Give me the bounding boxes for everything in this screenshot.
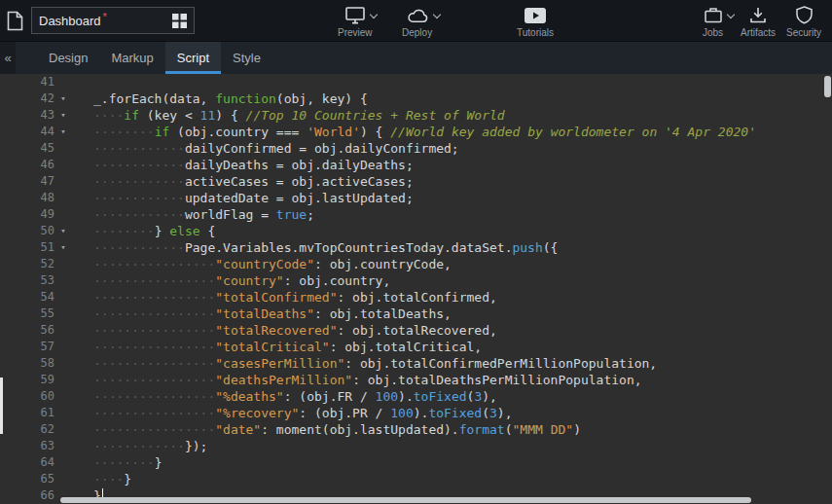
line-number: 42 xyxy=(0,90,56,107)
cloud-icon xyxy=(407,8,428,23)
fold-spacer xyxy=(56,206,70,223)
chevron-down-icon[interactable] xyxy=(726,11,734,18)
tab-style[interactable]: Style xyxy=(221,42,272,74)
code-text: ········} else { xyxy=(93,223,215,239)
horizontal-scrollbar-thumb[interactable] xyxy=(60,497,751,503)
code-line[interactable]: 56················"totalRecovered": obj.… xyxy=(0,322,832,339)
fold-spacer xyxy=(56,405,70,421)
line-number: 62 xyxy=(0,421,56,438)
fold-spacer xyxy=(56,190,70,206)
fold-spacer xyxy=(56,471,70,487)
code-text: ········} xyxy=(93,454,162,471)
fold-toggle-icon[interactable]: ▾ xyxy=(56,239,70,256)
preview-button[interactable]: Preview xyxy=(338,6,373,38)
line-number: 43 xyxy=(0,107,56,124)
code-line[interactable]: 64········} xyxy=(0,454,832,471)
code-line[interactable]: 42▾_.forEach(data, function(obj, key) { xyxy=(0,90,832,107)
editor-tabbar: « Design Markup Script Style xyxy=(0,42,832,74)
code-line[interactable]: 54················"totalConfirmed": obj.… xyxy=(0,289,832,306)
script-code-editor[interactable]: 4142▾_.forEach(data, function(obj, key) … xyxy=(0,74,832,504)
code-text: ················"totalConfirmed": obj.to… xyxy=(93,289,497,306)
code-line[interactable]: 53················"country": obj.country… xyxy=(0,272,832,289)
code-line[interactable]: 65····} xyxy=(0,471,832,487)
monitor-icon xyxy=(345,7,365,24)
tutorials-label: Tutorials xyxy=(517,27,554,38)
fold-spacer xyxy=(56,454,70,471)
video-icon xyxy=(525,8,546,23)
code-line[interactable]: 57················"totalCritical": obj.t… xyxy=(0,339,832,355)
code-text: _.forEach(data, function(obj, key) { xyxy=(93,90,368,107)
code-line[interactable]: 47············activeCases = obj.activeCa… xyxy=(0,173,832,190)
chevron-double-left-icon: « xyxy=(4,51,11,65)
fold-spacer xyxy=(56,355,70,372)
line-number: 52 xyxy=(0,256,56,272)
artifacts-label: Artifacts xyxy=(741,27,776,38)
code-line[interactable]: 60················"%deaths": (obj.FR / 1… xyxy=(0,388,832,405)
tab-design[interactable]: Design xyxy=(37,42,99,74)
line-number: 49 xyxy=(0,206,56,223)
code-text: ····if (key < 11) { //Top 10 Countries +… xyxy=(93,107,505,124)
line-number: 47 xyxy=(0,173,56,190)
code-line[interactable]: 48············updatedDate = obj.lastUpda… xyxy=(0,190,832,206)
line-number: 66 xyxy=(0,487,56,504)
fold-toggle-icon[interactable]: ▾ xyxy=(56,107,70,124)
fold-toggle-icon[interactable]: ▾ xyxy=(56,124,70,140)
code-line[interactable]: 61················"%recovery": (obj.PR /… xyxy=(0,405,832,421)
fold-toggle-icon[interactable]: ▾ xyxy=(56,223,70,239)
fold-spacer xyxy=(56,306,70,322)
vertical-scrollbar-thumb[interactable] xyxy=(824,76,831,97)
collapse-panel-button[interactable]: « xyxy=(0,42,16,74)
code-text: ················"totalCritical": obj.tot… xyxy=(93,339,482,355)
jobs-button[interactable]: Jobs xyxy=(703,6,723,38)
fold-spacer xyxy=(56,74,70,90)
code-text: ················"deathsPerMillion": obj.… xyxy=(93,372,642,388)
left-panel-scrollbar[interactable] xyxy=(0,378,3,434)
code-line[interactable]: 52················"countryCode": obj.cou… xyxy=(0,256,832,272)
fold-toggle-icon[interactable]: ▾ xyxy=(56,90,70,107)
code-line[interactable]: 41 xyxy=(0,74,832,90)
chevron-down-icon[interactable] xyxy=(370,11,378,18)
code-line[interactable]: 44▾········if (obj.country === 'World') … xyxy=(0,124,832,140)
artifacts-button[interactable]: Artifacts xyxy=(741,6,776,38)
code-line[interactable]: 46············dailyDeaths = obj.dailyDea… xyxy=(0,157,832,173)
line-number: 45 xyxy=(0,140,56,157)
deploy-button[interactable]: Deploy xyxy=(402,6,432,38)
code-line[interactable]: 55················"totalDeaths": obj.tot… xyxy=(0,306,832,322)
fold-spacer xyxy=(56,173,70,190)
code-line[interactable]: 58················"casesPerMillion": obj… xyxy=(0,355,832,372)
code-line[interactable]: 45············dailyConfirmed = obj.daily… xyxy=(0,140,832,157)
code-text: ············activeCases = obj.activeCase… xyxy=(93,173,414,190)
code-line[interactable]: 59················"deathsPerMillion": ob… xyxy=(0,372,832,388)
page-switcher[interactable]: Dashboard * xyxy=(31,7,195,34)
line-number: 64 xyxy=(0,454,56,471)
pages-grid-button[interactable] xyxy=(172,14,187,28)
code-text: ················"%deaths": (obj.FR / 100… xyxy=(93,388,497,405)
code-text: ················"date": moment(obj.lastU… xyxy=(93,421,581,438)
fold-spacer xyxy=(56,372,70,388)
fold-spacer xyxy=(56,421,70,438)
chevron-down-icon[interactable] xyxy=(432,11,440,18)
code-line[interactable]: 62················"date": moment(obj.las… xyxy=(0,421,832,438)
tab-markup[interactable]: Markup xyxy=(99,42,164,74)
tutorials-button[interactable]: Tutorials xyxy=(517,6,554,38)
code-text: ········if (obj.country === 'World') { /… xyxy=(93,124,756,140)
grid-icon xyxy=(172,14,187,28)
line-number: 59 xyxy=(0,372,56,388)
security-label: Security xyxy=(786,27,821,38)
tab-script[interactable]: Script xyxy=(165,42,221,74)
code-line[interactable]: 63············}); xyxy=(0,438,832,454)
fold-spacer xyxy=(56,339,70,355)
code-text: ················"country": obj.country, xyxy=(93,272,390,289)
line-number: 44 xyxy=(0,124,56,140)
code-line[interactable]: 43▾····if (key < 11) { //Top 10 Countrie… xyxy=(0,107,832,124)
code-text: ············dailyDeaths = obj.dailyDeath… xyxy=(93,157,414,173)
code-lines: 4142▾_.forEach(data, function(obj, key) … xyxy=(0,74,832,504)
line-number: 51 xyxy=(0,239,56,256)
code-text: ············Page.Variables.mvTopCountrie… xyxy=(93,239,558,256)
security-button[interactable]: Security xyxy=(786,6,821,38)
code-line[interactable]: 50▾········} else { xyxy=(0,223,832,239)
code-text: ············dailyConfirmed = obj.dailyCo… xyxy=(93,140,459,157)
code-line[interactable]: 51▾············Page.Variables.mvTopCount… xyxy=(0,239,832,256)
briefcase-icon xyxy=(705,7,722,23)
code-line[interactable]: 49············worldFlag = true; xyxy=(0,206,832,223)
